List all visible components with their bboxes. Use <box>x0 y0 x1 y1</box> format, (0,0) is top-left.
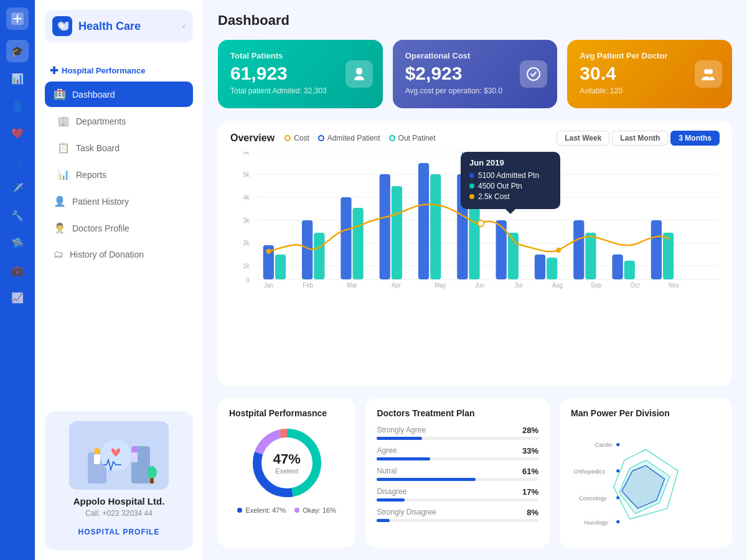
rail-icon-plane[interactable]: ✈️ <box>6 177 29 199</box>
main-content: Dashboard Total Patients 61,923 Total pa… <box>203 0 747 560</box>
kpi-row: Total Patients 61,923 Total patient Admi… <box>218 40 732 108</box>
svg-text:4k: 4k <box>243 194 250 201</box>
rail-icon-pet[interactable]: 🐾 <box>6 149 29 172</box>
nav-item-reports[interactable]: 📊 Reports <box>45 162 193 187</box>
nav-item-taskboard[interactable]: 📋 Task Board <box>45 135 193 161</box>
kpi-sub-operational-cost: Avg.cost per operation: $30.0 <box>405 86 545 95</box>
donut-percentage: 47% <box>273 451 301 467</box>
time-btn-last-month[interactable]: Last Month <box>612 131 668 146</box>
tooltip-title: Jun 2019 <box>469 158 552 167</box>
rail-icon-tools[interactable]: 🔧 <box>6 204 29 226</box>
sidebar-title: Health Care <box>78 20 141 33</box>
nav-item-history-donation[interactable]: 🗂 History of Donation <box>45 242 193 267</box>
svg-point-75 <box>616 520 619 523</box>
svg-point-10 <box>147 466 157 478</box>
svg-rect-46 <box>624 261 635 279</box>
treatment-row-4: Strongly Disagree 8% <box>377 508 538 522</box>
nav-item-departments[interactable]: 🏢 Departments <box>45 108 193 134</box>
time-btn-last-week[interactable]: Last Week <box>557 131 609 146</box>
kpi-label-avg-patient: Avg Patient Per Doctor <box>580 51 720 60</box>
manpower-chart: Cardio Orthopedics Concology Nurology <box>571 426 721 538</box>
donut-legend-exelent: Exelent: 47% <box>237 506 286 514</box>
legend-dot-admitted <box>318 135 324 141</box>
rail-icon-briefcase[interactable]: 💼 <box>6 259 29 281</box>
overview-title: Overview <box>230 133 275 144</box>
svg-text:1k: 1k <box>243 263 250 269</box>
rail-icon-heart[interactable]: ❤️ <box>6 122 29 144</box>
hospital-name: Appolo Hospital Ltd. <box>55 496 183 506</box>
svg-rect-30 <box>418 163 429 279</box>
legend-cost: Cost <box>284 134 309 142</box>
svg-rect-29 <box>380 174 390 279</box>
rail-icon-chart[interactable]: 📊 <box>6 67 29 90</box>
bottom-row: Hostpital Performasnce <box>218 398 732 548</box>
treatment-rows: Strongly Agree 28% Agree 33% Nutral 61 <box>377 426 538 522</box>
rail-icon-user[interactable]: 👤 <box>6 95 29 117</box>
svg-text:Apr: Apr <box>392 282 402 289</box>
page-title: Dashboard <box>218 12 732 29</box>
hospital-performance-title: Hostpital Performasnce <box>229 408 344 418</box>
rail-icon-trending[interactable]: 📈 <box>6 286 29 309</box>
svg-text:5k: 5k <box>243 171 250 178</box>
svg-rect-35 <box>612 254 622 279</box>
hospital-profile-btn[interactable]: HOSPITAL PROFILE <box>55 524 183 540</box>
svg-text:Feb: Feb <box>303 282 313 289</box>
svg-rect-45 <box>585 233 596 279</box>
svg-rect-36 <box>651 220 662 279</box>
taskboard-icon: 📋 <box>57 142 70 154</box>
nav-item-patient-history[interactable]: 👤 Patient History <box>45 189 193 214</box>
tooltip-row-out: 4500 Out Ptn <box>469 182 552 190</box>
tooltip-dot-cost <box>469 194 474 199</box>
brand-icon <box>6 7 29 30</box>
svg-point-48 <box>266 249 271 254</box>
donut-legend-okay: Okay: 16% <box>294 506 336 514</box>
svg-point-11 <box>527 68 540 80</box>
departments-icon: 🏢 <box>57 115 70 127</box>
nav-item-dashboard[interactable]: 🏥 Dashboard <box>45 82 193 107</box>
svg-text:0: 0 <box>246 277 250 284</box>
svg-rect-37 <box>275 254 286 279</box>
tooltip-dot-out <box>469 184 474 189</box>
donut-legend: Exelent: 47% Okay: 16% <box>237 506 336 514</box>
sidebar-bottom-card: Appolo Hospital Ltd. Call: +023 32034 44… <box>45 411 193 550</box>
svg-text:May: May <box>435 282 446 289</box>
history-donation-icon: 🗂 <box>54 249 63 260</box>
svg-text:2k: 2k <box>243 240 250 246</box>
donut-dot-exelent <box>237 508 242 513</box>
kpi-card-operational-cost: Operational Cost $2,923 Avg.cost per ope… <box>393 40 558 108</box>
treatment-row-3: Disagree 17% <box>377 487 538 502</box>
legend-dot-cost <box>284 135 291 141</box>
svg-text:Nurology: Nurology <box>584 519 608 526</box>
svg-text:Mar: Mar <box>347 282 357 289</box>
manpower-panel: Man Power Per Division Cardio Orthopedic… <box>560 398 732 548</box>
section-label-hospital-performance: ✚ Hospital Performance <box>50 65 193 77</box>
donut-dot-okay <box>294 508 299 513</box>
manpower-svg: Cardio Orthopedics Concology Nurology <box>571 426 721 538</box>
rail-icon-space[interactable]: 🛸 <box>6 231 29 254</box>
svg-text:3k: 3k <box>243 217 250 224</box>
icon-rail: 🎓 📊 👤 ❤️ 🐾 ✈️ 🔧 🛸 💼 📈 <box>0 0 35 560</box>
overview-chart-section: Overview Cost Admited Patient Out Patine… <box>218 121 732 386</box>
sidebar-collapse-btn[interactable]: ‹ <box>182 21 186 31</box>
kpi-card-avg-patient: Avg Patient Per Doctor 30.4 Avilable: 12… <box>567 40 732 108</box>
chart-tooltip: Jun 2019 5100 Admitted Ptn 4500 Out Ptn … <box>461 152 560 209</box>
rail-icon-graduation[interactable]: 🎓 <box>6 40 29 62</box>
hospital-performance-panel: Hostpital Performasnce <box>218 398 355 548</box>
svg-point-5 <box>94 448 100 454</box>
svg-rect-39 <box>353 208 364 279</box>
nav-item-doctors-profile[interactable]: 👨‍⚕️ Doctors Profile <box>45 215 193 241</box>
time-btn-3-months[interactable]: 3 Months <box>670 131 720 146</box>
dashboard-icon: 🏥 <box>54 88 66 100</box>
legend-dot-out <box>389 135 395 141</box>
kpi-sub-avg-patient: Avilable: 120 <box>580 86 720 95</box>
svg-text:Sep: Sep <box>591 282 602 289</box>
kpi-icon-total-patients <box>345 60 373 88</box>
treatment-row-2: Nutral 61% <box>377 467 538 481</box>
svg-text:Jul: Jul <box>515 282 522 289</box>
kpi-icon-operational-cost <box>520 60 547 88</box>
svg-text:Concology: Concology <box>579 495 607 502</box>
svg-rect-33 <box>535 254 545 279</box>
sidebar: Health Care ‹ ✚ Hospital Performance 🏥 D… <box>35 0 203 560</box>
svg-point-71 <box>616 469 619 472</box>
tooltip-arrow <box>505 209 515 214</box>
